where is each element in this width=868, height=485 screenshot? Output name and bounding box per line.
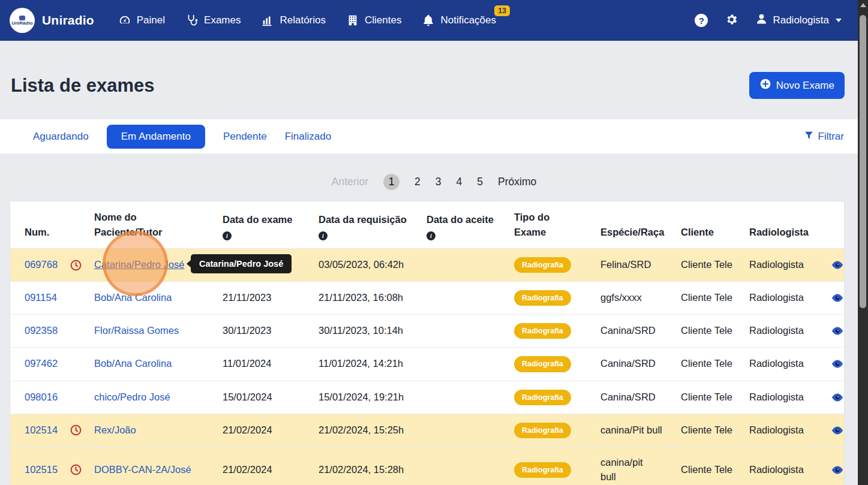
info-icon[interactable] [427, 231, 435, 240]
table-row: 102514 Rex/João 21/02/2024 21/02/2024, 1… [10, 414, 844, 447]
cell-accept-date [427, 249, 514, 281]
view-exam-icon[interactable] [831, 258, 844, 272]
tab-aguardando[interactable]: Aguardando [33, 125, 89, 149]
cell-species: Canina/SRD [600, 381, 681, 414]
col-header-alert [70, 201, 94, 248]
exam-number-link[interactable]: 098016 [25, 390, 58, 405]
pagination-page-3[interactable]: 3 [435, 176, 441, 188]
cell-accept-date [427, 315, 514, 347]
exam-number-link[interactable]: 092358 [25, 324, 58, 338]
view-exam-icon[interactable] [831, 391, 844, 404]
cell-exam-type: Radiografia [514, 282, 600, 314]
nav-item-notificacoes[interactable]: Notificações 13 [422, 14, 496, 27]
pagination-next[interactable]: Próximo [498, 176, 536, 188]
cell-exam-date: 15/01/2024 [223, 381, 319, 414]
patient-name-link[interactable]: Rex/João [94, 423, 136, 438]
exam-number-link[interactable]: 091154 [25, 291, 57, 305]
cell-actions [829, 315, 845, 347]
view-exam-icon[interactable] [831, 357, 844, 370]
cell-request-date: 15/01/2024, 19:21h [319, 381, 427, 414]
cell-actions [829, 249, 845, 281]
table-row: 092358 Flor/Raissa Gomes 30/11/2023 30/1… [10, 314, 844, 347]
cell-patient-name: Bob/Ana Carolina [94, 348, 223, 380]
view-exam-icon[interactable] [831, 463, 844, 477]
patient-name-link[interactable]: Bob/Ana Carolina [94, 291, 172, 305]
circle-question-icon[interactable] [695, 14, 708, 27]
navbar-right: Radiologista [695, 13, 842, 29]
nav-label-notificacoes: Notificações [440, 14, 496, 26]
new-exam-button[interactable]: Novo Exame [749, 72, 845, 99]
view-exam-icon[interactable] [831, 324, 844, 338]
pagination-page-5[interactable]: 5 [477, 176, 483, 188]
pagination-page-4[interactable]: 4 [456, 176, 462, 188]
cell-actions [829, 348, 845, 380]
cell-patient-name: Rex/João [94, 414, 223, 447]
nav-label-exames: Exames [204, 14, 241, 26]
nav-item-exames[interactable]: Exames [185, 14, 241, 27]
nav-item-relatorios[interactable]: Relatórios [261, 14, 326, 27]
gear-icon[interactable] [725, 13, 738, 29]
nav-label-clientes: Clientes [365, 14, 401, 26]
user-label: Radiologista [773, 14, 829, 26]
patient-name-link[interactable]: DOBBY-CAN-2A/José [94, 463, 191, 477]
cell-exam-date: 21/11/2023 [223, 282, 319, 314]
patient-name-link[interactable]: chico/Pedro José [94, 390, 170, 405]
table-body: 069768 Catarina/Pedro José 03/05/2023, 0… [10, 248, 844, 485]
cell-request-date: 21/02/2024, 15:28h [319, 447, 427, 485]
cell-exam-type: Radiografia [514, 315, 600, 347]
chevron-down-icon [836, 19, 842, 22]
logo-text: UniRadio [11, 21, 32, 26]
cell-accept-date [427, 282, 514, 314]
nav-item-clientes[interactable]: Clientes [346, 14, 401, 27]
pagination-page-1[interactable]: 1 [383, 174, 400, 190]
exam-type-badge: Radiografia [514, 356, 571, 372]
building-icon [346, 14, 359, 27]
nav-item-painel[interactable]: Painel [118, 14, 165, 27]
exam-type-badge: Radiografia [514, 257, 571, 273]
pagination-prev[interactable]: Anterior [332, 176, 368, 188]
user-menu[interactable]: Radiologista [755, 13, 842, 28]
exam-number-link[interactable]: 102515 [25, 463, 58, 477]
tab-pendente[interactable]: Pendente [223, 125, 267, 149]
cell-request-date: 21/11/2023, 16:08h [319, 282, 427, 314]
table-row: 091154 Bob/Ana Carolina 21/11/2023 21/11… [10, 281, 844, 314]
tab-finalizado[interactable]: Finalizado [285, 125, 332, 149]
patient-name-link[interactable]: Bob/Ana Carolina [94, 357, 172, 371]
info-icon[interactable] [223, 231, 232, 240]
brand[interactable]: UniRadio Uniradio [10, 8, 94, 33]
cell-species: Canina/SRD [600, 315, 681, 347]
col-header-type: Tipo do Exame [514, 201, 600, 248]
nav-menu: Painel Exames Relatórios Clientes Notifi… [118, 14, 496, 27]
table-row: 097462 Bob/Ana Carolina 11/01/2024 11/01… [10, 347, 844, 380]
uniradio-logo: UniRadio [10, 8, 35, 33]
exam-number-link[interactable]: 102514 [25, 423, 58, 438]
view-exam-icon[interactable] [831, 424, 844, 437]
funnel-icon [804, 130, 814, 143]
view-exam-icon[interactable] [831, 291, 844, 305]
new-exam-label: Novo Exame [776, 80, 834, 92]
patient-name-link[interactable]: Flor/Raissa Gomes [94, 324, 179, 338]
nav-label-painel: Painel [137, 14, 165, 26]
logo-mark-icon [19, 16, 25, 20]
info-icon[interactable] [319, 231, 328, 240]
tab-em-andamento[interactable]: Em Andamento [107, 125, 205, 149]
cell-accept-date [427, 381, 514, 414]
cell-exam-number: 102514 [10, 414, 70, 447]
pagination-page-2[interactable]: 2 [415, 176, 421, 188]
cell-exam-type: Radiografia [514, 447, 600, 485]
scrollbar-up-arrow-icon[interactable] [858, 0, 868, 10]
notification-count-badge: 13 [494, 5, 510, 16]
vertical-scrollbar[interactable] [858, 0, 868, 485]
filter-button[interactable]: Filtrar [804, 130, 844, 143]
cell-exam-type: Radiografia [514, 414, 600, 447]
scrollbar-thumb[interactable] [860, 15, 866, 308]
bar-chart-icon [261, 14, 274, 27]
exam-number-link[interactable]: 069768 [25, 258, 58, 272]
cell-species: Canina/SRD [600, 348, 681, 380]
patient-name-link[interactable]: Catarina/Pedro José [94, 258, 184, 272]
overdue-clock-icon [70, 259, 82, 272]
cell-alert [70, 249, 94, 281]
exam-number-link[interactable]: 097462 [25, 357, 58, 371]
cell-exam-number: 098016 [10, 381, 70, 414]
cell-patient-name: Flor/Raissa Gomes [94, 315, 223, 347]
